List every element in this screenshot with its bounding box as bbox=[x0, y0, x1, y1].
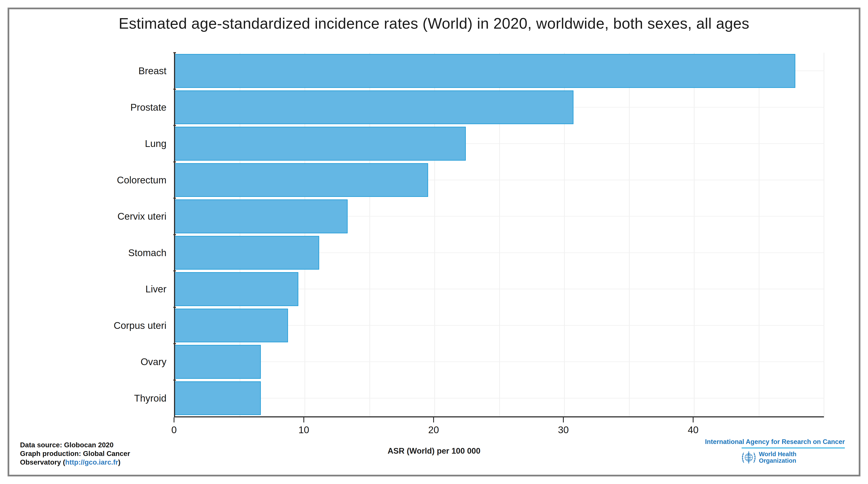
category-label: Cervix uteri bbox=[13, 198, 166, 235]
source-note: Data source: Globocan 2020 Graph product… bbox=[20, 441, 130, 466]
x-tick-mark bbox=[563, 417, 564, 422]
category-labels: BreastProstateLungColorectumCervix uteri… bbox=[13, 53, 166, 416]
y-axis-tick bbox=[174, 270, 176, 272]
bar-rows bbox=[175, 53, 824, 416]
bar-row bbox=[175, 162, 824, 199]
x-tick-mark bbox=[174, 417, 175, 422]
iarc-logo-underline bbox=[742, 447, 845, 449]
x-axis-title: ASR (World) per 100 000 bbox=[0, 447, 868, 456]
y-axis-tick bbox=[174, 52, 176, 53]
category-label: Breast bbox=[13, 53, 166, 89]
bar-row bbox=[175, 235, 824, 271]
bar-colorectum bbox=[175, 163, 428, 197]
who-logo-text: World Health Organization bbox=[759, 451, 796, 464]
bar-row bbox=[175, 125, 824, 162]
chart-title: Estimated age-standardized incidence rat… bbox=[0, 15, 868, 32]
y-axis-tick bbox=[174, 234, 176, 235]
x-tick-mark bbox=[693, 417, 693, 422]
y-axis-tick bbox=[174, 198, 176, 199]
horizontal-gridline bbox=[175, 362, 824, 362]
category-label: Lung bbox=[13, 125, 166, 162]
category-label: Thyroid bbox=[13, 380, 166, 417]
x-tick-label: 20 bbox=[428, 424, 439, 435]
horizontal-gridline bbox=[175, 398, 824, 398]
logo-block: International Agency for Research on Can… bbox=[742, 438, 845, 464]
bar-cervix-uteri bbox=[175, 200, 348, 233]
bar-breast bbox=[175, 54, 795, 88]
bar-row bbox=[175, 380, 824, 417]
who-logo: World Health Organization bbox=[742, 450, 796, 464]
x-axis-ticks: 010203040 bbox=[174, 417, 823, 441]
bar-corpus-uteri bbox=[175, 309, 288, 342]
category-label: Prostate bbox=[13, 89, 166, 126]
x-tick-label: 40 bbox=[688, 424, 699, 435]
category-label: Liver bbox=[13, 271, 166, 307]
bar-row bbox=[175, 89, 824, 126]
x-tick-mark bbox=[303, 417, 304, 422]
iarc-logo-text: International Agency for Research on Can… bbox=[705, 438, 845, 446]
bar-lung bbox=[175, 127, 466, 161]
who-emblem-icon bbox=[742, 450, 756, 464]
bar-prostate bbox=[175, 90, 574, 124]
y-axis-tick bbox=[174, 161, 176, 162]
category-label: Colorectum bbox=[13, 162, 166, 199]
who-text-line-1: World Health bbox=[759, 451, 796, 457]
y-axis-tick bbox=[174, 343, 176, 344]
x-tick-label: 0 bbox=[171, 424, 177, 435]
y-axis-tick bbox=[174, 125, 176, 126]
source-line-3: Observatory (http://gco.iarc.fr) bbox=[20, 458, 130, 466]
bar-row bbox=[175, 53, 824, 89]
bar-liver bbox=[175, 272, 298, 306]
y-axis-tick bbox=[174, 89, 176, 90]
x-tick-mark bbox=[433, 417, 434, 422]
bar-ovary bbox=[175, 345, 261, 379]
bar-row bbox=[175, 343, 824, 380]
source-line-1: Data source: Globocan 2020 bbox=[20, 441, 130, 449]
bar-thyroid bbox=[175, 381, 261, 415]
category-label: Stomach bbox=[13, 235, 166, 271]
x-tick-label: 30 bbox=[558, 424, 569, 435]
source-line-3-prefix: Observatory ( bbox=[20, 458, 65, 466]
bar-row bbox=[175, 271, 824, 307]
y-axis-tick bbox=[174, 380, 176, 381]
y-axis-tick bbox=[174, 307, 176, 308]
source-line-3-suffix: ) bbox=[118, 458, 121, 466]
who-text-line-2: Organization bbox=[759, 457, 796, 464]
category-label: Corpus uteri bbox=[13, 307, 166, 344]
bar-row bbox=[175, 198, 824, 235]
gco-link[interactable]: http://gco.iarc.fr bbox=[65, 458, 118, 466]
plot-area bbox=[174, 53, 824, 417]
category-label: Ovary bbox=[13, 343, 166, 380]
bar-stomach bbox=[175, 236, 319, 270]
x-tick-label: 10 bbox=[298, 424, 309, 435]
source-line-2: Graph production: Global Cancer bbox=[20, 449, 130, 458]
bar-row bbox=[175, 307, 824, 344]
